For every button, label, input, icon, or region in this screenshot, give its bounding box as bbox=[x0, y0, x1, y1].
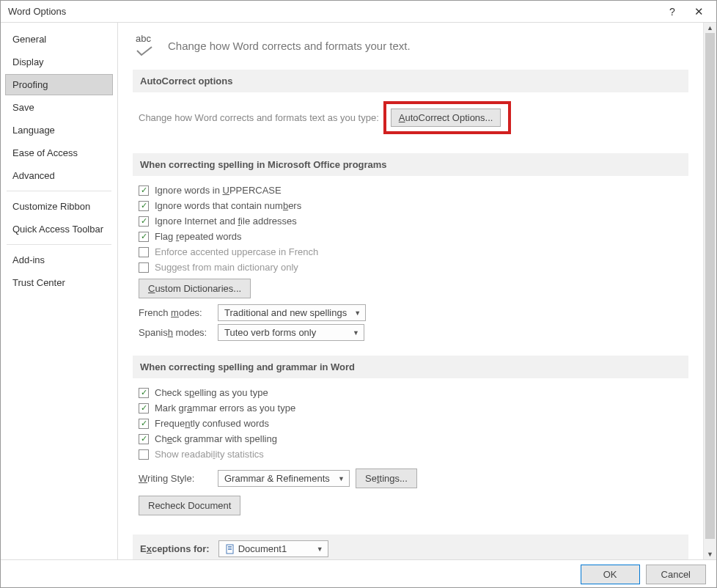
dialog-footer: OK Cancel bbox=[1, 559, 716, 588]
document-icon bbox=[225, 544, 235, 554]
main-panel: abc Change how Word corrects and formats… bbox=[118, 23, 703, 559]
select-value: Traditional and new spellings bbox=[224, 307, 347, 318]
checkbox-icon[interactable] bbox=[139, 419, 149, 429]
sidebar-item-add-ins[interactable]: Add-ins bbox=[5, 249, 113, 271]
custom-dictionaries-button[interactable]: Custom Dictionaries... bbox=[139, 279, 251, 298]
sidebar-item-trust-center[interactable]: Trust Center bbox=[5, 272, 113, 293]
check-label: Ignore Internet and file addresses bbox=[155, 216, 297, 227]
section-header-autocorrect: AutoCorrect options bbox=[133, 70, 688, 92]
spanish-modes-label: Spanish modes: bbox=[139, 327, 212, 338]
check-label: Show readability statistics bbox=[155, 449, 264, 460]
check-label: Flag repeated words bbox=[155, 231, 242, 242]
french-modes-label: French modes: bbox=[139, 307, 212, 318]
check-label: Mark grammar errors as you type bbox=[155, 403, 295, 414]
spelling-office-section: Ignore words in UPPERCASE Ignore words t… bbox=[133, 185, 688, 356]
select-value: Tuteo verb forms only bbox=[224, 327, 316, 338]
writing-style-select[interactable]: Grammar & Refinements ▼ bbox=[218, 470, 350, 487]
autocorrect-options-button[interactable]: AutoCorrect Options... bbox=[391, 109, 501, 127]
page-subtitle: Change how Word corrects and formats you… bbox=[168, 40, 411, 52]
chevron-down-icon: ▼ bbox=[354, 309, 361, 317]
check-ignore-uppercase[interactable]: Ignore words in UPPERCASE bbox=[139, 185, 683, 196]
exceptions-select[interactable]: Document1 ▼ bbox=[218, 540, 328, 557]
scroll-up-icon[interactable]: ▲ bbox=[704, 23, 716, 33]
check-frequently-confused[interactable]: Frequently confused words bbox=[139, 418, 683, 429]
sidebar-separator bbox=[7, 191, 111, 191]
check-french-accented[interactable]: Enforce accented uppercase in French bbox=[139, 246, 683, 257]
sidebar-item-save[interactable]: Save bbox=[5, 97, 113, 118]
select-value: Document1 bbox=[238, 543, 287, 554]
settings-button[interactable]: Settings... bbox=[356, 468, 417, 488]
checkbox-icon[interactable] bbox=[139, 434, 149, 444]
title-bar: Word Options ? ✕ bbox=[1, 1, 716, 23]
check-label: Frequently confused words bbox=[155, 418, 269, 429]
chevron-down-icon: ▼ bbox=[338, 475, 345, 482]
scroll-down-icon[interactable]: ▼ bbox=[704, 549, 716, 559]
svg-rect-1 bbox=[228, 546, 232, 547]
check-main-dictionary[interactable]: Suggest from main dictionary only bbox=[139, 262, 683, 273]
close-button[interactable]: ✕ bbox=[687, 2, 710, 21]
spelling-word-section: Check spelling as you type Mark grammar … bbox=[133, 387, 688, 534]
sidebar-item-proofing[interactable]: Proofing bbox=[5, 74, 113, 95]
sidebar-item-advanced[interactable]: Advanced bbox=[5, 165, 113, 186]
french-modes-select[interactable]: Traditional and new spellings ▼ bbox=[218, 304, 366, 321]
checkbox-icon[interactable] bbox=[139, 201, 149, 211]
check-spelling-as-type[interactable]: Check spelling as you type bbox=[139, 387, 683, 398]
check-label: Check spelling as you type bbox=[155, 387, 268, 398]
vertical-scrollbar[interactable]: ▲ ▼ bbox=[703, 23, 716, 559]
check-label: Suggest from main dictionary only bbox=[155, 262, 298, 273]
checkbox-icon[interactable] bbox=[139, 262, 149, 273]
cancel-button[interactable]: Cancel bbox=[646, 565, 706, 584]
sidebar-separator bbox=[7, 244, 111, 245]
recheck-document-button[interactable]: Recheck Document bbox=[139, 496, 240, 515]
checkbox-icon[interactable] bbox=[139, 403, 149, 414]
svg-rect-2 bbox=[228, 548, 232, 548]
window-title: Word Options bbox=[8, 6, 658, 17]
check-grammar-with-spelling[interactable]: Check grammar with spelling bbox=[139, 433, 683, 444]
checkbox-icon[interactable] bbox=[139, 216, 149, 227]
check-label: Ignore words that contain numbers bbox=[155, 200, 301, 211]
checkbox-icon[interactable] bbox=[139, 232, 149, 242]
scroll-thumb[interactable] bbox=[705, 33, 715, 539]
checkbox-icon[interactable] bbox=[139, 388, 149, 398]
sidebar-item-display[interactable]: Display bbox=[5, 51, 113, 73]
checkbox-icon[interactable] bbox=[139, 247, 149, 257]
sidebar-item-language[interactable]: Language bbox=[5, 120, 113, 141]
check-label: Ignore words in UPPERCASE bbox=[155, 185, 282, 196]
sidebar-item-quick-access-toolbar[interactable]: Quick Access Toolbar bbox=[5, 218, 113, 240]
select-value: Grammar & Refinements bbox=[224, 473, 330, 484]
proofing-icon: abc bbox=[136, 34, 158, 56]
sidebar-item-ease-of-access[interactable]: Ease of Access bbox=[5, 142, 113, 163]
help-button[interactable]: ? bbox=[661, 2, 684, 21]
spanish-modes-select[interactable]: Tuteo verb forms only ▼ bbox=[218, 324, 364, 341]
check-ignore-numbers[interactable]: Ignore words that contain numbers bbox=[139, 200, 683, 211]
checkbox-icon[interactable] bbox=[139, 185, 149, 196]
chevron-down-icon: ▼ bbox=[353, 329, 359, 337]
sidebar-item-general[interactable]: General bbox=[5, 29, 113, 50]
sidebar-item-customize-ribbon[interactable]: Customize Ribbon bbox=[5, 196, 113, 217]
check-grammar-as-type[interactable]: Mark grammar errors as you type bbox=[139, 403, 683, 414]
check-ignore-internet[interactable]: Ignore Internet and file addresses bbox=[139, 216, 683, 227]
chevron-down-icon: ▼ bbox=[317, 545, 323, 553]
sidebar: General Display Proofing Save Language E… bbox=[1, 23, 118, 559]
check-label: Enforce accented uppercase in French bbox=[155, 246, 318, 257]
section-header-exceptions: Exceptions for: Document1 ▼ bbox=[133, 534, 688, 559]
check-readability-stats[interactable]: Show readability statistics bbox=[139, 449, 683, 460]
section-header-spelling-office: When correcting spelling in Microsoft Of… bbox=[133, 153, 688, 176]
btn-label: AutoCorrect Options... bbox=[399, 112, 493, 123]
autocorrect-text: Change how Word corrects and formats tex… bbox=[139, 112, 379, 123]
checkbox-icon[interactable] bbox=[139, 449, 149, 460]
svg-rect-3 bbox=[228, 549, 232, 550]
writing-style-label: Writing Style: bbox=[139, 473, 212, 484]
check-label: Check grammar with spelling bbox=[155, 433, 277, 444]
autocorrect-highlight: AutoCorrect Options... bbox=[383, 101, 512, 134]
section-header-spelling-word: When correcting spelling and grammar in … bbox=[133, 356, 688, 378]
exceptions-label: Exceptions for: bbox=[140, 543, 210, 554]
ok-button[interactable]: OK bbox=[581, 565, 640, 584]
check-flag-repeated[interactable]: Flag repeated words bbox=[139, 231, 683, 242]
